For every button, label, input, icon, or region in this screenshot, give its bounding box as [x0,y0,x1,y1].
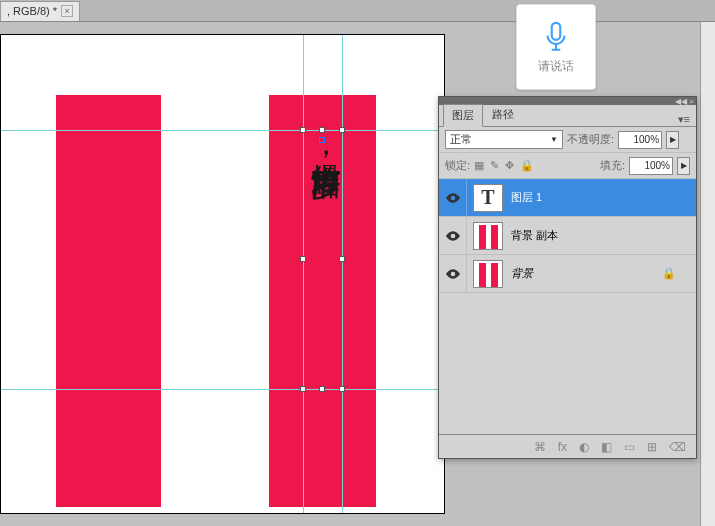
voice-hint: 请说话 [538,58,574,75]
blend-mode-value: 正常 [450,132,472,147]
layer-name[interactable]: 背景 副本 [511,228,558,243]
lock-row: 锁定: ▦ ✎ ✥ 🔒 填充: 100% ▶ [439,153,696,179]
layers-panel: ◀◀ × 图层 路径 ▾≡ 正常 ▼ 不透明度: 100% ▶ 锁定: ▦ ✎ … [438,96,697,459]
eye-icon [446,231,460,241]
adjustment-layer-icon[interactable]: ◧ [601,440,612,454]
handle-tl[interactable] [300,127,306,133]
opacity-label: 不透明度: [567,132,614,147]
lock-label: 锁定: [445,158,470,173]
blend-row: 正常 ▼ 不透明度: 100% ▶ [439,127,696,153]
tab-label: , RGB/8) * [7,5,57,17]
canvas[interactable]: 爆竹声声辞旧岁， [0,34,445,514]
handle-bc[interactable] [319,386,325,392]
document-tab[interactable]: , RGB/8) * × [0,1,80,21]
panel-menu-icon[interactable]: ▾≡ [672,113,696,126]
new-layer-icon[interactable]: ⊞ [647,440,657,454]
close-icon[interactable]: × [61,5,73,17]
vertical-ruler [700,22,715,526]
red-banner-left [56,95,161,507]
layer-row-copy[interactable]: 背景 副本 [439,217,696,255]
eye-icon [446,193,460,203]
handle-mr[interactable] [339,256,345,262]
layer-name[interactable]: 背景 [511,266,533,281]
visibility-toggle[interactable] [439,255,467,292]
lock-icons: ▦ ✎ ✥ 🔒 [474,159,534,172]
link-layers-icon[interactable]: ⌘ [534,440,546,454]
lock-transparent-icon[interactable]: ▦ [474,159,484,172]
layer-thumb [473,260,503,288]
fill-input[interactable]: 100% [629,157,673,175]
lock-paint-icon[interactable]: ✎ [490,159,499,172]
layer-fx-icon[interactable]: fx [558,440,567,454]
layer-thumb [473,222,503,250]
document-tab-bar: , RGB/8) * × [0,0,715,22]
handle-tc[interactable] [319,127,325,133]
text-bound-right [342,35,343,513]
handle-tr[interactable] [339,127,345,133]
text-bound-left [303,35,304,513]
eye-icon [446,269,460,279]
microphone-icon [539,20,573,54]
layer-mask-icon[interactable]: ◐ [579,440,589,454]
tab-paths[interactable]: 路径 [483,103,523,126]
layer-name[interactable]: 图层 1 [511,190,542,205]
layer-thumb: T [473,184,503,212]
fill-label: 填充: [600,158,625,173]
layer-row-background[interactable]: 背景 🔒 [439,255,696,293]
panel-tabs: 图层 路径 ▾≡ [439,105,696,127]
lock-move-icon[interactable]: ✥ [505,159,514,172]
lock-all-icon[interactable]: 🔒 [520,159,534,172]
voice-input-widget[interactable]: 请说话 [516,4,596,90]
group-icon[interactable]: ▭ [624,440,635,454]
text-bound-bottom [1,389,444,390]
fill-flyout-icon[interactable]: ▶ [677,157,690,175]
visibility-toggle[interactable] [439,217,467,254]
handle-bl[interactable] [300,386,306,392]
opacity-input[interactable]: 100% [618,131,662,149]
layer-list: T 图层 1 背景 副本 背景 🔒 [439,179,696,434]
text-anchor[interactable] [319,137,325,143]
handle-br[interactable] [339,386,345,392]
layer-row-text[interactable]: T 图层 1 [439,179,696,217]
text-bound-top [1,130,444,131]
handle-ml[interactable] [300,256,306,262]
vertical-text[interactable]: 爆竹声声辞旧岁， [311,140,341,178]
visibility-toggle[interactable] [439,179,467,216]
panel-footer: ⌘ fx ◐ ◧ ▭ ⊞ ⌫ [439,434,696,458]
lock-icon: 🔒 [662,267,676,280]
chevron-down-icon: ▼ [550,135,558,144]
delete-layer-icon[interactable]: ⌫ [669,440,686,454]
opacity-flyout-icon[interactable]: ▶ [666,131,679,149]
tab-layers[interactable]: 图层 [443,104,483,127]
blend-mode-select[interactable]: 正常 ▼ [445,130,563,149]
